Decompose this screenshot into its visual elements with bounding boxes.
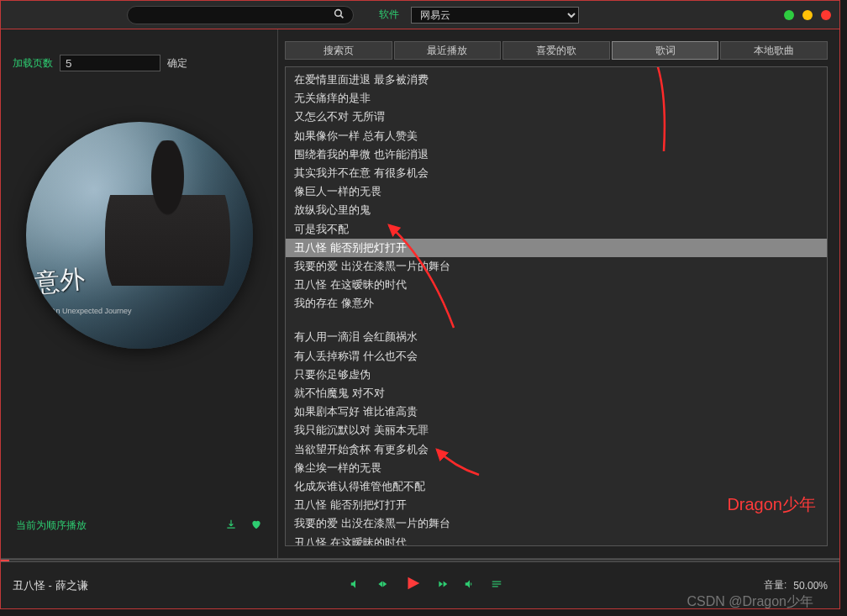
album-title: 意外 — [33, 261, 86, 300]
playlist-icon[interactable] — [491, 578, 502, 592]
progress-bar[interactable] — [1, 559, 839, 562]
lyric-line[interactable] — [286, 313, 827, 328]
tab-3[interactable]: 歌词 — [612, 41, 719, 60]
prev-icon[interactable] — [376, 578, 388, 592]
album-art-wrap: 意外 An Unexpected Journey — [13, 122, 266, 349]
lyric-line[interactable]: 无关痛痒的是非 — [286, 89, 827, 108]
lyric-line[interactable]: 我的存在 像意外 — [286, 294, 827, 313]
lyric-line[interactable]: 像尘埃一样的无畏 — [286, 459, 827, 477]
lyric-line[interactable]: 其实我并不在意 有很多机会 — [286, 164, 827, 182]
album-subtitle: An Unexpected Journey — [51, 307, 132, 315]
volume-area: 音量: 50.00% — [764, 578, 828, 592]
watermark: Dragon少年 — [727, 493, 816, 516]
minimize-button[interactable] — [784, 10, 794, 20]
lyric-line[interactable]: 只要你足够虚伪 — [286, 366, 827, 384]
software-label: 软件 — [379, 8, 399, 22]
player-controls — [350, 574, 502, 598]
lyric-line[interactable]: 又怎么不对 无所谓 — [286, 108, 827, 126]
next-icon[interactable] — [437, 578, 449, 592]
lyric-line[interactable]: 当欲望开始贪杯 有更多机会 — [286, 440, 827, 459]
search-box[interactable] — [127, 6, 354, 24]
svg-line-1 — [340, 15, 343, 18]
lyric-line[interactable]: 我要的爱 出没在漆黑一片的舞台 — [286, 257, 827, 276]
play-mode-label: 当前为顺序播放 — [16, 519, 87, 533]
download-icon[interactable] — [225, 519, 237, 533]
titlebar: 软件 网易云 — [1, 1, 839, 29]
tab-4[interactable]: 本地歌曲 — [720, 41, 828, 60]
lyric-line[interactable]: 我只能沉默以对 美丽本无罪 — [286, 421, 827, 440]
lyric-line[interactable]: 围绕着我的卑微 也许能消退 — [286, 145, 827, 164]
play-icon[interactable] — [403, 574, 422, 598]
lyric-line[interactable]: 如果像你一样 总有人赞美 — [286, 127, 827, 145]
lyric-line[interactable]: 丑八怪 在这暧昧的时代 — [286, 276, 827, 294]
lyric-line[interactable]: 就不怕魔鬼 对不对 — [286, 384, 827, 403]
mute-icon[interactable] — [350, 578, 361, 592]
lyric-line[interactable]: 在爱情里面进退 最多被消费 — [286, 71, 827, 89]
page-count-label: 加载页数 — [13, 56, 53, 71]
search-icon — [334, 8, 345, 22]
left-pane: 加载页数 确定 意外 An Unexpected Journey 当前为顺序播放 — [1, 29, 278, 558]
album-art[interactable]: 意外 An Unexpected Journey — [26, 122, 253, 349]
volume-icon[interactable] — [464, 578, 476, 592]
lyric-line[interactable]: 丑八怪 能否别把灯打开 — [286, 239, 827, 257]
csdn-watermark: CSDN @Dragon少年 — [687, 593, 814, 611]
lyrics-area[interactable]: 在爱情里面进退 最多被消费无关痛痒的是非又怎么不对 无所谓如果像你一样 总有人赞… — [285, 66, 828, 546]
play-mode-row: 当前为顺序播放 — [13, 512, 266, 550]
progress-fill — [1, 560, 9, 561]
lyric-line[interactable]: 有人用一滴泪 会红颜祸水 — [286, 328, 827, 346]
tabs: 搜索页最近播放喜爱的歌歌词本地歌曲 — [281, 41, 831, 63]
lyric-line[interactable]: 有人丢掉称谓 什么也不会 — [286, 347, 827, 366]
page-count-input[interactable] — [60, 55, 160, 71]
volume-value: 50.00% — [793, 580, 828, 592]
app-window: 软件 网易云 加载页数 确定 意外 An Unexpected Journey — [0, 0, 840, 609]
volume-label: 音量: — [764, 578, 786, 592]
page-control: 加载页数 确定 — [13, 46, 266, 80]
lyric-line[interactable]: 如果剧本写好 谁比谁高贵 — [286, 403, 827, 421]
window-buttons — [784, 10, 831, 20]
software-select[interactable]: 网易云 — [411, 7, 579, 24]
tab-0[interactable]: 搜索页 — [285, 41, 392, 60]
lyric-line[interactable]: 放纵我心里的鬼 — [286, 201, 827, 219]
confirm-button[interactable]: 确定 — [167, 56, 187, 71]
close-button[interactable] — [821, 10, 831, 20]
lyric-line[interactable]: 像巨人一样的无畏 — [286, 182, 827, 201]
tab-2[interactable]: 喜爱的歌 — [502, 41, 610, 60]
lyric-line[interactable]: 丑八怪 在这暧昧的时代 — [286, 534, 827, 547]
right-pane: 搜索页最近播放喜爱的歌歌词本地歌曲 在爱情里面进退 最多被消费无关痛痒的是非又怎… — [278, 29, 839, 558]
body-area: 加载页数 确定 意外 An Unexpected Journey 当前为顺序播放 — [1, 29, 839, 558]
tab-1[interactable]: 最近播放 — [394, 41, 502, 60]
maximize-button[interactable] — [802, 10, 813, 20]
svg-point-0 — [335, 9, 342, 16]
lyric-line[interactable]: 可是我不配 — [286, 220, 827, 239]
heart-icon[interactable] — [250, 519, 262, 533]
now-playing-label: 丑八怪 - 薛之谦 — [13, 578, 88, 593]
lyric-line[interactable]: 我要的爱 出没在漆黑一片的舞台 — [286, 514, 827, 533]
